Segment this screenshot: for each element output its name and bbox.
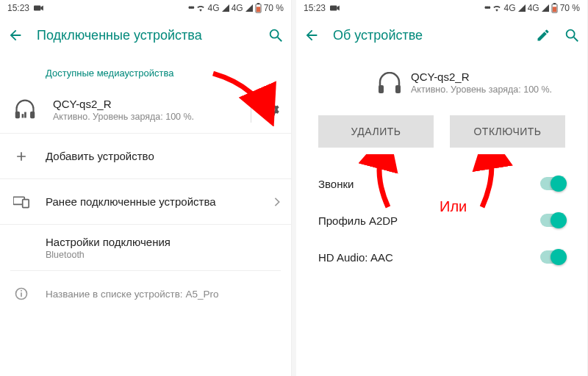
toggle-calls-label: Звонки (318, 178, 540, 190)
toggle-hdaudio[interactable]: HD Audio: AAC (296, 239, 587, 275)
battery-icon (551, 3, 558, 13)
search-icon[interactable] (268, 27, 284, 43)
svg-rect-21 (379, 85, 384, 93)
app-bar: Подключенные устройства (0, 16, 291, 54)
dn-label: Название в списке устройств: (46, 289, 183, 300)
signal-4g-1: 4G (504, 3, 516, 13)
signal-icon (518, 4, 526, 12)
disconnect-button[interactable]: ОТКЛЮЧИТЬ (450, 115, 565, 148)
svg-rect-22 (395, 85, 401, 93)
status-bar: 15:23 ••• 4G 4G 70 % (0, 0, 291, 16)
info-icon (10, 286, 32, 301)
svg-line-5 (278, 37, 282, 42)
toggle-hdaudio-label: HD Audio: AAC (318, 251, 540, 264)
menu-dots-icon: ••• (484, 3, 490, 13)
app-bar: Об устройстве (296, 16, 587, 54)
page-title: Подключенные устройства (37, 28, 254, 43)
signal-icon (222, 4, 229, 12)
status-time: 15:23 (7, 3, 29, 13)
device-name: QCY-qs2_R (411, 70, 577, 83)
device-header: QCY-qs2_R Активно. Уровень заряда: 100 %… (296, 54, 587, 105)
svg-rect-3 (257, 7, 260, 12)
switch-on-icon[interactable] (540, 250, 565, 264)
search-icon[interactable] (564, 27, 580, 43)
previous-devices-label: Ранее подключенные устройства (46, 195, 260, 208)
toggle-a2dp[interactable]: Профиль A2DP (296, 202, 587, 239)
svg-rect-9 (24, 112, 26, 118)
status-bar: 15:23 ••• 4G 4G 70 % (296, 0, 587, 16)
wifi-icon (492, 4, 502, 12)
device-row[interactable]: QCY-qs2_R Активно. Уровень заряда: 100 %… (0, 86, 291, 134)
signal-4g-2: 4G (528, 3, 539, 13)
conn-pref-sub: Bluetooth (46, 250, 281, 260)
device-name-info-row: Название в списке устройств: A5_Pro (0, 271, 291, 317)
dn-value: A5_Pro (185, 289, 218, 300)
battery-pct: 70 % (264, 3, 284, 13)
svg-rect-8 (22, 114, 24, 118)
svg-rect-0 (34, 6, 40, 11)
status-time: 15:23 (304, 3, 326, 13)
svg-point-19 (567, 30, 575, 38)
page-title: Об устройстве (333, 28, 523, 43)
toggle-a2dp-label: Профиль A2DP (318, 214, 540, 227)
screen-connected-devices: 15:23 ••• 4G 4G 70 % Подключенные устрой… (0, 0, 292, 376)
section-available-media: Доступные медиаустройства (0, 54, 291, 86)
svg-line-20 (574, 37, 578, 42)
conn-pref-label: Настройки подключения (46, 236, 281, 248)
signal-4g-2: 4G (232, 3, 243, 13)
delete-button[interactable]: УДАЛИТЬ (318, 115, 434, 148)
button-bar: УДАЛИТЬ ОТКЛЮЧИТЬ (296, 105, 587, 151)
previous-devices-row[interactable]: Ранее подключенные устройства (0, 179, 291, 225)
edit-icon[interactable] (536, 28, 551, 43)
svg-rect-15 (330, 6, 337, 11)
headphones-icon (10, 99, 40, 120)
camera-icon (330, 4, 340, 12)
switch-on-icon[interactable] (540, 214, 565, 227)
back-icon[interactable] (304, 27, 320, 43)
gear-icon[interactable] (265, 101, 281, 118)
device-name: QCY-qs2_R (53, 98, 237, 110)
device-status: Активно. Уровень заряда: 100 %. (53, 112, 237, 122)
svg-point-4 (270, 30, 279, 38)
battery-icon (255, 3, 262, 13)
svg-rect-13 (21, 292, 22, 297)
devices-icon (10, 195, 32, 209)
svg-rect-18 (553, 7, 556, 12)
headphones-icon (377, 72, 402, 94)
add-device-row[interactable]: Добавить устройство (0, 134, 291, 179)
menu-dots-icon: ••• (188, 3, 193, 13)
device-status: Активно. Уровень заряда: 100 %. (411, 84, 577, 95)
battery-pct: 70 % (560, 3, 580, 13)
svg-rect-17 (553, 3, 556, 4)
switch-on-icon[interactable] (540, 177, 565, 190)
divider (251, 96, 251, 123)
add-device-label: Добавить устройство (46, 150, 281, 162)
signal-icon-2 (542, 4, 549, 12)
connection-prefs-row[interactable]: Настройки подключения Bluetooth (0, 225, 291, 270)
signal-4g-1: 4G (208, 3, 220, 13)
svg-rect-14 (21, 290, 22, 292)
toggle-calls[interactable]: Звонки (296, 165, 587, 202)
svg-rect-2 (257, 3, 259, 4)
wifi-icon (196, 4, 206, 12)
svg-rect-6 (15, 112, 20, 119)
chevron-right-icon (273, 197, 281, 207)
camera-icon (34, 4, 44, 12)
signal-icon-2 (245, 4, 253, 12)
plus-icon (10, 149, 32, 164)
svg-rect-7 (30, 112, 35, 119)
svg-rect-11 (23, 199, 29, 207)
screen-about-device: 15:23 ••• 4G 4G 70 % Об устройстве (296, 0, 588, 376)
back-icon[interactable] (7, 27, 24, 43)
